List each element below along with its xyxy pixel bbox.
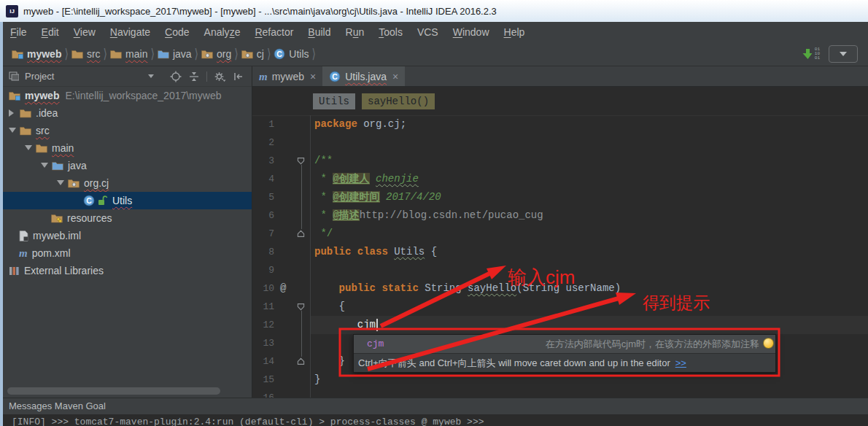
close-icon[interactable]: × bbox=[310, 71, 316, 82]
class-icon: C bbox=[274, 48, 285, 60]
incoming-changes-icon[interactable]: 011001 bbox=[802, 47, 820, 61]
code-line-9[interactable]: 9 bbox=[252, 261, 868, 279]
tree-item-utils[interactable]: CUtils bbox=[3, 192, 252, 209]
chevron-down-icon bbox=[840, 52, 847, 56]
line-number: 3 bbox=[252, 152, 274, 170]
editor-breadcrumb-sayhello[interactable]: sayHello() bbox=[362, 93, 435, 109]
code-line-11[interactable]: 11 { bbox=[252, 298, 868, 316]
module-file-icon bbox=[19, 231, 28, 241]
class-icon: C bbox=[329, 71, 341, 82]
menu-tools[interactable]: Tools bbox=[371, 24, 410, 40]
line-number: 15 bbox=[252, 371, 274, 389]
menu-navigate[interactable]: Navigate bbox=[103, 24, 158, 40]
close-icon[interactable]: × bbox=[392, 71, 398, 82]
chevron-expanded-icon[interactable] bbox=[25, 145, 32, 150]
tree-item-path: E:\intellij_workspace_2017\myweb bbox=[65, 90, 221, 101]
breadcrumb-myweb[interactable]: myweb bbox=[12, 48, 61, 60]
tab-myweb[interactable]: mmyweb× bbox=[252, 66, 322, 86]
code-line-15[interactable]: 15} bbox=[252, 371, 868, 389]
navbar-right-actions: 011001 bbox=[802, 45, 868, 63]
code-line-8[interactable]: 8public class Utils { bbox=[252, 243, 868, 261]
editor-breadcrumbs: UtilssayHello() bbox=[252, 87, 868, 116]
menu-view[interactable]: View bbox=[66, 24, 103, 40]
tree-item-java[interactable]: java bbox=[3, 157, 252, 174]
library-icon bbox=[9, 266, 20, 276]
package-icon bbox=[201, 49, 213, 59]
completion-item-row[interactable]: cjm 在方法内部敲代码cjm时，在该方法的外部添加注释 bbox=[354, 335, 775, 353]
menu-code[interactable]: Code bbox=[158, 24, 196, 40]
breadcrumb-separator-icon: ⟩ bbox=[234, 46, 238, 61]
menu-edit[interactable]: Edit bbox=[34, 24, 66, 40]
code-line-3[interactable]: 3/** bbox=[252, 152, 868, 170]
menu-refactor[interactable]: Refactor bbox=[247, 24, 301, 40]
breadcrumb-main[interactable]: main bbox=[110, 48, 147, 60]
svg-text:C: C bbox=[332, 72, 338, 81]
maven-icon: m bbox=[259, 71, 268, 82]
code-line-10[interactable]: 10@ public static String sayHello(String… bbox=[252, 279, 868, 298]
run-configuration-dropdown[interactable] bbox=[829, 45, 858, 63]
project-views-dropdown-icon[interactable] bbox=[148, 74, 154, 78]
menu-vcs[interactable]: VCS bbox=[410, 24, 446, 40]
menu-help[interactable]: Help bbox=[497, 24, 532, 40]
breadcrumb-org[interactable]: org bbox=[201, 48, 231, 60]
tree-item-myweb.iml[interactable]: myweb.iml bbox=[3, 227, 252, 244]
code-line-2[interactable]: 2 bbox=[252, 133, 868, 152]
horizontal-scrollbar[interactable] bbox=[7, 387, 220, 395]
tip-more-link[interactable]: >> bbox=[675, 357, 686, 368]
code-line-1[interactable]: 1package org.cj; bbox=[252, 115, 868, 133]
fold-marker-icon[interactable] bbox=[297, 357, 305, 365]
menu-run[interactable]: Run bbox=[338, 24, 372, 40]
code-line-16[interactable]: 16 bbox=[252, 389, 868, 398]
chevron-collapsed-icon[interactable] bbox=[9, 109, 14, 117]
tree-item-pom.xml[interactable]: mpom.xml bbox=[3, 244, 252, 262]
module-folder-icon bbox=[12, 49, 23, 59]
tree-item-.idea[interactable]: .idea bbox=[3, 104, 252, 122]
breadcrumb-separator-icon: ⟩ bbox=[267, 46, 271, 61]
editor-breadcrumb-utils[interactable]: Utils bbox=[313, 93, 355, 109]
tab-utils.java[interactable]: CUtils.java× bbox=[322, 66, 405, 86]
toolbar-divider bbox=[206, 71, 207, 82]
code-line-7[interactable]: 7 */ bbox=[252, 225, 868, 243]
fold-marker-icon[interactable] bbox=[297, 303, 305, 311]
code-line-4[interactable]: 4 * @创建人 chenjie bbox=[252, 170, 868, 188]
text-caret bbox=[376, 319, 378, 331]
folder-icon bbox=[20, 108, 31, 118]
tree-item-main[interactable]: main bbox=[3, 139, 252, 157]
breadcrumb-separator-icon: ⟩ bbox=[150, 46, 154, 61]
module-folder-icon bbox=[9, 90, 20, 101]
line-number: 12 bbox=[252, 316, 274, 334]
locate-file-icon[interactable] bbox=[170, 71, 182, 82]
menu-file[interactable]: File bbox=[3, 24, 34, 40]
chevron-expanded-icon[interactable] bbox=[9, 128, 16, 133]
settings-gear-icon[interactable] bbox=[214, 71, 226, 82]
folder-icon bbox=[71, 49, 83, 59]
tree-item-external-libraries[interactable]: External Libraries bbox=[3, 262, 252, 279]
unlocked-icon bbox=[98, 195, 108, 206]
breadcrumb: myweb⟩src⟩main⟩java⟩org⟩cj⟩CUtils⟩ bbox=[12, 48, 319, 60]
tree-item-src[interactable]: src bbox=[3, 122, 252, 139]
svg-text:C: C bbox=[86, 196, 92, 205]
editor-area: mmyweb×CUtils.java× UtilssayHello() 1pac… bbox=[252, 66, 868, 398]
code-line-12[interactable]: 12 cjm bbox=[252, 316, 868, 334]
chevron-expanded-icon[interactable] bbox=[57, 180, 64, 185]
hide-panel-icon[interactable] bbox=[233, 71, 244, 82]
line-number: 13 bbox=[252, 334, 274, 352]
code-line-6[interactable]: 6 * @描述http://blog.csdn.net/pucao_cug bbox=[252, 206, 868, 225]
fold-marker-icon[interactable] bbox=[297, 157, 305, 165]
tree-item-org.cj[interactable]: org.cj bbox=[3, 174, 252, 192]
menu-analyze[interactable]: Analyze bbox=[197, 24, 248, 40]
breadcrumb-src[interactable]: src bbox=[71, 48, 101, 60]
fold-marker-icon[interactable] bbox=[297, 230, 305, 238]
breadcrumb-cj[interactable]: cj bbox=[241, 48, 264, 60]
breadcrumb-utils[interactable]: CUtils bbox=[274, 48, 309, 60]
code-line-5[interactable]: 5 * @创建时间 2017/4/20 bbox=[252, 188, 868, 206]
tree-item-resources[interactable]: resources bbox=[3, 209, 252, 227]
menu-window[interactable]: Window bbox=[446, 24, 497, 40]
messages-panel-title[interactable]: Messages Maven Goal bbox=[3, 398, 868, 414]
menu-build[interactable]: Build bbox=[301, 24, 338, 40]
collapse-all-icon[interactable] bbox=[188, 71, 200, 82]
folder-icon bbox=[20, 125, 31, 136]
breadcrumb-java[interactable]: java bbox=[158, 48, 192, 60]
chevron-expanded-icon[interactable] bbox=[41, 163, 48, 168]
tree-item-myweb[interactable]: mywebE:\intellij_workspace_2017\myweb bbox=[3, 87, 252, 104]
